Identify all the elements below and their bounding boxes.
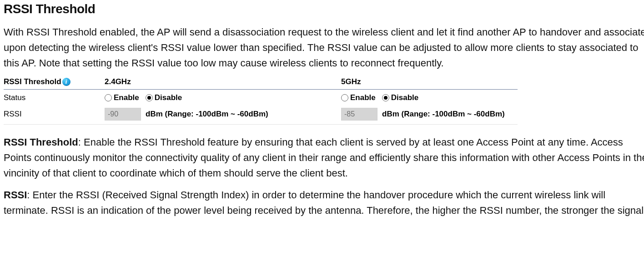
rssi-2-4ghz-cell: dBm (Range: -100dBm ~ -60dBm): [105, 108, 341, 121]
rssi-definition: : Enter the RSSI (Received Signal Streng…: [4, 189, 644, 216]
rssi-2-4ghz-input[interactable]: [105, 108, 141, 121]
status-5ghz-cell: Enable Disable: [341, 93, 518, 102]
rssi-threshold-paragraph: RSSI Threshold: Enable the RSSI Threshol…: [4, 135, 644, 181]
rssi-5ghz-cell: dBm (Range: -100dBm ~ -60dBm): [341, 108, 518, 121]
status-row-label: Status: [4, 93, 105, 102]
status-2-4ghz-enable-radio[interactable]: [105, 94, 112, 101]
status-2-4ghz-cell: Enable Disable: [105, 93, 341, 102]
status-5ghz-enable-radio[interactable]: [341, 94, 348, 101]
status-5ghz-disable-radio[interactable]: [382, 94, 389, 101]
rssi-row: RSSI dBm (Range: -100dBm ~ -60dBm) dBm (…: [4, 105, 518, 125]
intro-paragraph: With RSSI Threshold enabled, the AP will…: [4, 25, 644, 71]
section-heading: RSSI Threshold: [4, 2, 644, 16]
rssi-5ghz-input[interactable]: [341, 108, 377, 121]
rssi-5ghz-unit: dBm (Range: -100dBm ~ -60dBm): [382, 110, 505, 119]
status-2-4ghz-disable-label: Disable: [155, 93, 182, 102]
rssi-threshold-definition: : Enable the RSSI Threshold feature by e…: [4, 136, 644, 179]
rssi-term: RSSI: [4, 189, 27, 201]
info-icon[interactable]: i: [62, 78, 70, 86]
status-2-4ghz-disable-radio[interactable]: [146, 94, 153, 101]
status-5ghz-disable-label: Disable: [391, 93, 418, 102]
panel-title-text: RSSI Threshold: [4, 77, 61, 86]
rssi-threshold-panel: RSSI Threshold i 2.4GHz 5GHz Status Enab…: [4, 77, 518, 125]
column-header-5ghz: 5GHz: [341, 77, 518, 86]
rssi-paragraph: RSSI: Enter the RSSI (Received Signal St…: [4, 187, 644, 218]
panel-title-cell: RSSI Threshold i: [4, 77, 105, 86]
rssi-threshold-term: RSSI Threshold: [4, 136, 78, 148]
status-5ghz-enable-label: Enable: [350, 93, 376, 102]
column-header-2-4ghz: 2.4GHz: [105, 77, 341, 86]
panel-header-row: RSSI Threshold i 2.4GHz 5GHz: [4, 77, 518, 90]
status-row: Status Enable Disable Enable Disable: [4, 90, 518, 105]
rssi-row-label: RSSI: [4, 110, 105, 119]
rssi-2-4ghz-unit: dBm (Range: -100dBm ~ -60dBm): [146, 110, 268, 119]
status-2-4ghz-enable-label: Enable: [114, 93, 139, 102]
